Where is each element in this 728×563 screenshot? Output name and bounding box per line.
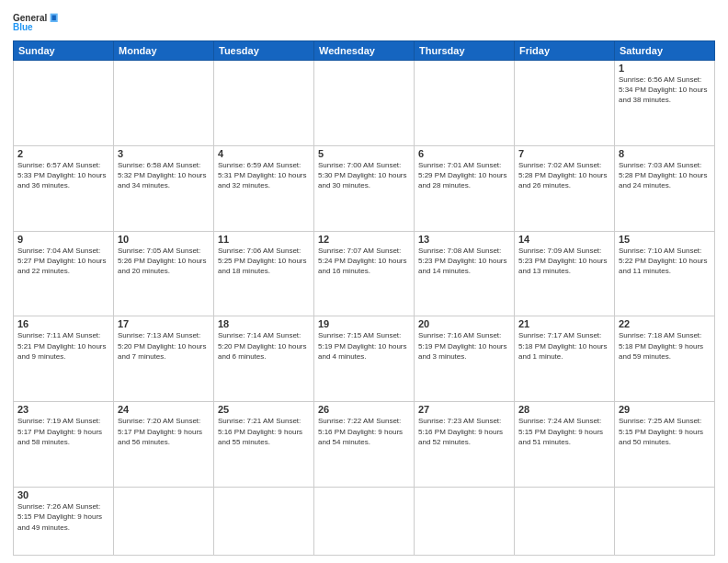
weekday-header-friday: Friday xyxy=(515,41,615,61)
day-info: Sunrise: 7:11 AM Sunset: 5:21 PM Dayligh… xyxy=(17,330,109,362)
day-info: Sunrise: 7:25 AM Sunset: 5:15 PM Dayligh… xyxy=(619,416,711,447)
day-info: Sunrise: 7:05 AM Sunset: 5:26 PM Dayligh… xyxy=(118,246,210,277)
calendar-cell: 29Sunrise: 7:25 AM Sunset: 5:15 PM Dayli… xyxy=(615,402,715,488)
weekday-row: SundayMondayTuesdayWednesdayThursdayFrid… xyxy=(14,41,715,61)
calendar-week-6: 30Sunrise: 7:26 AM Sunset: 5:15 PM Dayli… xyxy=(14,488,715,556)
day-number: 24 xyxy=(118,404,210,415)
calendar-week-2: 2Sunrise: 6:57 AM Sunset: 5:33 PM Daylig… xyxy=(14,145,715,231)
calendar-cell xyxy=(114,61,214,146)
calendar-cell: 16Sunrise: 7:11 AM Sunset: 5:21 PM Dayli… xyxy=(14,316,114,402)
weekday-header-sunday: Sunday xyxy=(14,41,114,61)
calendar-cell xyxy=(515,488,615,556)
calendar-cell: 18Sunrise: 7:14 AM Sunset: 5:20 PM Dayli… xyxy=(214,316,314,402)
svg-marker-3 xyxy=(52,16,56,21)
calendar-cell: 17Sunrise: 7:13 AM Sunset: 5:20 PM Dayli… xyxy=(114,316,214,402)
day-number: 7 xyxy=(518,148,610,159)
calendar-cell: 23Sunrise: 7:19 AM Sunset: 5:17 PM Dayli… xyxy=(14,402,114,488)
logo-svg: General Blue xyxy=(13,9,59,35)
calendar-cell: 5Sunrise: 7:00 AM Sunset: 5:30 PM Daylig… xyxy=(314,145,415,231)
calendar-cell: 1Sunrise: 6:56 AM Sunset: 5:34 PM Daylig… xyxy=(615,61,715,146)
day-number: 17 xyxy=(118,318,210,329)
day-number: 11 xyxy=(218,234,310,245)
day-number: 26 xyxy=(318,404,410,415)
day-number: 23 xyxy=(17,404,109,415)
page: General Blue SundayMondayTuesdayWednesda… xyxy=(0,0,728,563)
day-number: 18 xyxy=(218,318,310,329)
day-info: Sunrise: 7:21 AM Sunset: 5:16 PM Dayligh… xyxy=(218,416,310,447)
calendar-cell: 15Sunrise: 7:10 AM Sunset: 5:22 PM Dayli… xyxy=(615,231,715,316)
day-info: Sunrise: 7:16 AM Sunset: 5:19 PM Dayligh… xyxy=(418,330,510,362)
calendar-cell: 10Sunrise: 7:05 AM Sunset: 5:26 PM Dayli… xyxy=(114,231,214,316)
logo: General Blue xyxy=(13,9,59,35)
calendar-cell: 22Sunrise: 7:18 AM Sunset: 5:18 PM Dayli… xyxy=(615,316,715,402)
day-number: 5 xyxy=(318,148,410,159)
day-number: 25 xyxy=(218,404,310,415)
day-info: Sunrise: 7:24 AM Sunset: 5:15 PM Dayligh… xyxy=(518,416,610,447)
day-info: Sunrise: 7:17 AM Sunset: 5:18 PM Dayligh… xyxy=(518,330,610,362)
calendar-cell: 2Sunrise: 6:57 AM Sunset: 5:33 PM Daylig… xyxy=(14,145,114,231)
day-info: Sunrise: 7:02 AM Sunset: 5:28 PM Dayligh… xyxy=(518,160,610,191)
day-number: 27 xyxy=(418,404,510,415)
day-info: Sunrise: 7:08 AM Sunset: 5:23 PM Dayligh… xyxy=(418,246,510,277)
day-number: 8 xyxy=(619,148,711,159)
day-info: Sunrise: 6:59 AM Sunset: 5:31 PM Dayligh… xyxy=(218,160,310,191)
calendar-cell: 25Sunrise: 7:21 AM Sunset: 5:16 PM Dayli… xyxy=(214,402,314,488)
day-info: Sunrise: 7:03 AM Sunset: 5:28 PM Dayligh… xyxy=(619,160,711,191)
day-number: 4 xyxy=(218,148,310,159)
day-number: 6 xyxy=(418,148,510,159)
day-info: Sunrise: 7:00 AM Sunset: 5:30 PM Dayligh… xyxy=(318,160,410,191)
calendar-week-1: 1Sunrise: 6:56 AM Sunset: 5:34 PM Daylig… xyxy=(14,61,715,146)
calendar-cell xyxy=(615,488,715,556)
day-info: Sunrise: 7:18 AM Sunset: 5:18 PM Dayligh… xyxy=(619,330,711,362)
day-number: 2 xyxy=(17,148,109,159)
calendar-cell xyxy=(314,488,415,556)
calendar-cell xyxy=(415,61,515,146)
day-number: 22 xyxy=(619,318,711,329)
calendar-week-4: 16Sunrise: 7:11 AM Sunset: 5:21 PM Dayli… xyxy=(14,316,715,402)
calendar-cell: 9Sunrise: 7:04 AM Sunset: 5:27 PM Daylig… xyxy=(14,231,114,316)
calendar-cell: 30Sunrise: 7:26 AM Sunset: 5:15 PM Dayli… xyxy=(14,488,114,556)
calendar-week-5: 23Sunrise: 7:19 AM Sunset: 5:17 PM Dayli… xyxy=(14,402,715,488)
calendar-cell: 7Sunrise: 7:02 AM Sunset: 5:28 PM Daylig… xyxy=(515,145,615,231)
day-number: 29 xyxy=(619,404,711,415)
calendar-week-3: 9Sunrise: 7:04 AM Sunset: 5:27 PM Daylig… xyxy=(14,231,715,316)
calendar-cell xyxy=(214,61,314,146)
calendar-cell xyxy=(314,61,415,146)
calendar-cell: 28Sunrise: 7:24 AM Sunset: 5:15 PM Dayli… xyxy=(515,402,615,488)
calendar-cell: 3Sunrise: 6:58 AM Sunset: 5:32 PM Daylig… xyxy=(114,145,214,231)
calendar-cell: 12Sunrise: 7:07 AM Sunset: 5:24 PM Dayli… xyxy=(314,231,415,316)
calendar-cell: 20Sunrise: 7:16 AM Sunset: 5:19 PM Dayli… xyxy=(415,316,515,402)
weekday-header-thursday: Thursday xyxy=(415,41,515,61)
header: General Blue xyxy=(13,9,715,35)
calendar-cell: 19Sunrise: 7:15 AM Sunset: 5:19 PM Dayli… xyxy=(314,316,415,402)
day-number: 19 xyxy=(318,318,410,329)
day-number: 28 xyxy=(518,404,610,415)
day-info: Sunrise: 7:04 AM Sunset: 5:27 PM Dayligh… xyxy=(17,246,109,277)
calendar-header: SundayMondayTuesdayWednesdayThursdayFrid… xyxy=(14,41,715,61)
calendar-cell: 11Sunrise: 7:06 AM Sunset: 5:25 PM Dayli… xyxy=(214,231,314,316)
day-info: Sunrise: 7:06 AM Sunset: 5:25 PM Dayligh… xyxy=(218,246,310,277)
calendar-cell: 4Sunrise: 6:59 AM Sunset: 5:31 PM Daylig… xyxy=(214,145,314,231)
day-info: Sunrise: 6:58 AM Sunset: 5:32 PM Dayligh… xyxy=(118,160,210,191)
day-number: 9 xyxy=(17,234,109,245)
calendar-cell: 27Sunrise: 7:23 AM Sunset: 5:16 PM Dayli… xyxy=(415,402,515,488)
calendar-cell xyxy=(14,61,114,146)
calendar-cell: 13Sunrise: 7:08 AM Sunset: 5:23 PM Dayli… xyxy=(415,231,515,316)
day-info: Sunrise: 7:13 AM Sunset: 5:20 PM Dayligh… xyxy=(118,330,210,362)
calendar-cell: 8Sunrise: 7:03 AM Sunset: 5:28 PM Daylig… xyxy=(615,145,715,231)
calendar-body: 1Sunrise: 6:56 AM Sunset: 5:34 PM Daylig… xyxy=(14,61,715,556)
day-info: Sunrise: 7:07 AM Sunset: 5:24 PM Dayligh… xyxy=(318,246,410,277)
day-info: Sunrise: 7:23 AM Sunset: 5:16 PM Dayligh… xyxy=(418,416,510,447)
day-number: 3 xyxy=(118,148,210,159)
day-info: Sunrise: 7:15 AM Sunset: 5:19 PM Dayligh… xyxy=(318,330,410,362)
day-number: 1 xyxy=(619,63,711,74)
weekday-header-saturday: Saturday xyxy=(615,41,715,61)
weekday-header-monday: Monday xyxy=(114,41,214,61)
calendar-cell: 14Sunrise: 7:09 AM Sunset: 5:23 PM Dayli… xyxy=(515,231,615,316)
day-number: 15 xyxy=(619,234,711,245)
day-number: 12 xyxy=(318,234,410,245)
calendar-cell xyxy=(415,488,515,556)
day-info: Sunrise: 6:57 AM Sunset: 5:33 PM Dayligh… xyxy=(17,160,109,191)
day-info: Sunrise: 7:01 AM Sunset: 5:29 PM Dayligh… xyxy=(418,160,510,191)
day-info: Sunrise: 7:19 AM Sunset: 5:17 PM Dayligh… xyxy=(17,416,109,447)
